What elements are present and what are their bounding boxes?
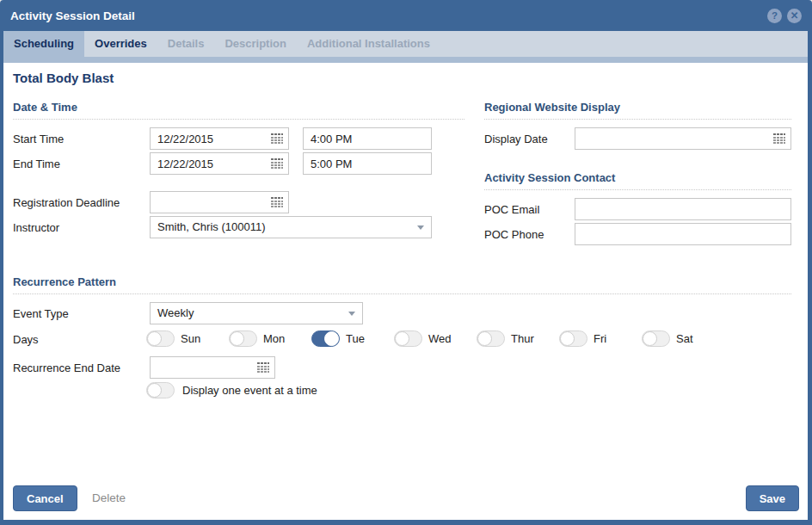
toggle-knob xyxy=(643,331,657,346)
day-label: Tue xyxy=(346,332,365,345)
toggle-knob xyxy=(147,383,162,398)
day-toggle-mon[interactable] xyxy=(229,330,257,347)
delete-link[interactable]: Delete xyxy=(92,491,126,504)
calendar-icon[interactable] xyxy=(256,361,270,374)
day-label: Fri xyxy=(594,332,606,345)
instructor-dropdown-value: Smith, Chris (100011) xyxy=(157,220,265,233)
day-item-mon: Mon xyxy=(229,330,311,347)
event-type-dropdown-value: Weekly xyxy=(157,306,194,319)
tab-bar-underline xyxy=(3,57,808,63)
day-label: Mon xyxy=(263,332,285,345)
tab-overrides[interactable]: Overrides xyxy=(84,31,157,57)
tab-additional-installations[interactable]: Additional Installations xyxy=(297,31,440,57)
start-time-input[interactable] xyxy=(304,128,431,149)
section-heading-recurrence-pattern: Recurrence Pattern xyxy=(13,275,791,294)
start-date-field xyxy=(150,127,289,150)
start-time-label: Start Time xyxy=(13,133,64,145)
recurrence-end-date-field xyxy=(150,356,275,379)
registration-deadline-field xyxy=(150,191,289,213)
tab-description[interactable]: Description xyxy=(214,31,297,57)
display-one-event-toggle[interactable] xyxy=(146,382,175,398)
instructor-label: Instructor xyxy=(13,221,59,234)
event-type-label: Event Type xyxy=(13,307,69,320)
end-time-label: End Time xyxy=(13,158,60,170)
day-item-wed: Wed xyxy=(394,330,477,347)
end-date-field xyxy=(150,152,289,175)
help-icon[interactable]: ? xyxy=(767,9,782,23)
day-toggle-fri[interactable] xyxy=(559,330,587,347)
chevron-down-icon xyxy=(348,312,355,316)
page-title: Total Body Blast xyxy=(13,71,114,85)
day-toggle-sun[interactable] xyxy=(146,330,175,347)
tab-bar: Scheduling Overrides Details Description… xyxy=(3,31,808,57)
titlebar-actions: ? ✕ xyxy=(767,9,802,23)
day-label: Wed xyxy=(428,332,452,345)
day-item-sun: Sun xyxy=(146,330,229,347)
instructor-dropdown[interactable]: Smith, Chris (100011) xyxy=(150,216,432,238)
day-toggle-sat[interactable] xyxy=(642,330,670,347)
day-toggle-thur[interactable] xyxy=(477,330,505,347)
display-one-event-row: Display one event at a time xyxy=(146,382,317,398)
display-one-event-label: Display one event at a time xyxy=(182,384,317,397)
toggle-knob xyxy=(324,331,339,346)
recurrence-end-date-label: Recurrence End Date xyxy=(13,361,120,374)
event-type-dropdown[interactable]: Weekly xyxy=(150,302,363,324)
poc-phone-label: POC Phone xyxy=(484,228,544,241)
dialog-title: Activity Session Detail xyxy=(10,9,767,22)
chevron-down-icon xyxy=(417,225,424,230)
display-date-input[interactable] xyxy=(575,128,790,149)
end-time-of-day-field xyxy=(303,152,432,175)
end-time-input[interactable] xyxy=(304,153,431,174)
poc-phone-input[interactable] xyxy=(575,224,790,244)
end-date-input[interactable] xyxy=(151,153,288,174)
toggle-knob xyxy=(147,331,162,346)
calendar-icon[interactable] xyxy=(270,133,284,145)
poc-email-input[interactable] xyxy=(575,199,790,219)
day-toggle-tue[interactable] xyxy=(311,330,340,347)
calendar-icon[interactable] xyxy=(772,133,786,145)
day-item-sat: Sat xyxy=(642,330,724,347)
day-item-fri: Fri xyxy=(559,330,642,347)
toggle-knob xyxy=(477,331,492,346)
display-date-label: Display Date xyxy=(484,133,548,145)
dialog-body: Total Body Blast Date & Time Regional We… xyxy=(3,63,808,520)
cancel-button[interactable]: Cancel xyxy=(13,485,77,511)
day-item-thur: Thur xyxy=(477,330,559,347)
toggle-knob xyxy=(395,331,409,346)
display-date-field xyxy=(575,127,791,150)
poc-email-label: POC Email xyxy=(484,203,539,216)
registration-deadline-input[interactable] xyxy=(151,192,288,213)
days-label: Days xyxy=(13,333,39,346)
tab-details[interactable]: Details xyxy=(157,31,215,57)
calendar-icon[interactable] xyxy=(270,196,284,209)
day-label: Sun xyxy=(181,332,200,345)
days-toggle-group: Sun Mon Tue Wed Thur Fri xyxy=(146,330,724,347)
toggle-knob xyxy=(560,331,575,346)
calendar-icon[interactable] xyxy=(270,158,284,170)
dialog-titlebar: Activity Session Detail ? ✕ xyxy=(0,0,812,31)
start-date-input[interactable] xyxy=(151,128,288,149)
registration-deadline-label: Registration Deadline xyxy=(13,196,120,209)
save-button[interactable]: Save xyxy=(746,485,799,511)
section-heading-activity-session-contact: Activity Session Contact xyxy=(484,171,791,190)
section-heading-date-time: Date & Time xyxy=(13,101,464,120)
poc-email-field xyxy=(575,198,791,220)
day-label: Sat xyxy=(676,332,693,345)
toggle-knob xyxy=(230,331,244,346)
day-item-tue: Tue xyxy=(311,330,394,347)
poc-phone-field xyxy=(575,223,791,245)
activity-session-detail-dialog: Activity Session Detail ? ✕ Scheduling O… xyxy=(0,0,812,525)
day-toggle-wed[interactable] xyxy=(394,330,422,347)
tab-scheduling[interactable]: Scheduling xyxy=(3,31,84,57)
close-icon[interactable]: ✕ xyxy=(787,9,802,23)
section-heading-regional-website-display: Regional Website Display xyxy=(484,101,791,120)
day-label: Thur xyxy=(511,332,534,345)
start-time-of-day-field xyxy=(303,127,432,150)
